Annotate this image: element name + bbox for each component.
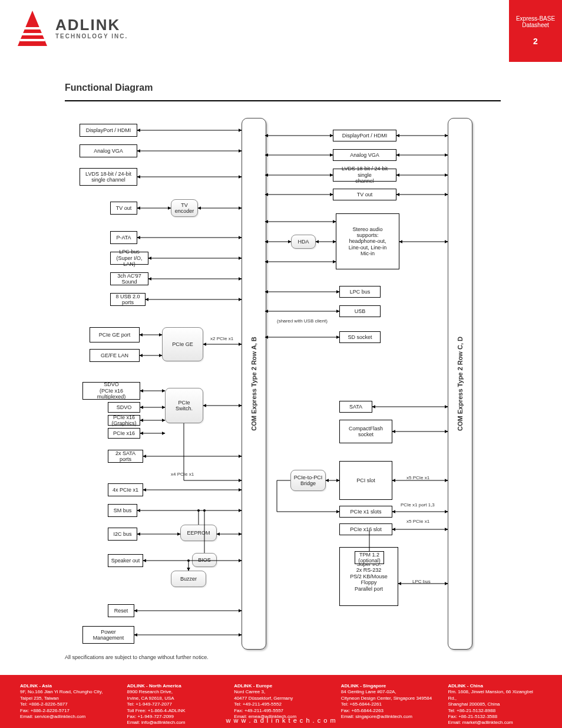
footer-sg-tel: Tel: +65-6844-2261 — [341, 701, 435, 707]
spec-note: All specifications are subject to change… — [65, 654, 209, 660]
footer: ADLINK - Asia 9F, No.166 Jian Yi Road, C… — [0, 675, 562, 728]
footer-url: w w w . a d l i n k t e c h . c o m — [0, 716, 562, 724]
svg-point-50 — [187, 559, 190, 562]
footer-na-addr: 8900 Research Drive,Irvine, CA 92618, US… — [127, 689, 222, 701]
connectors — [0, 0, 562, 728]
footer-hq-addr: 9F, No.166 Jian Yi Road, Chungho City,Ta… — [20, 689, 114, 701]
footer-na-toll: Toll Free: +1-866-4-ADLINK — [127, 708, 222, 714]
svg-point-48 — [197, 509, 200, 512]
footer-na-tel: Tel: +1-949-727-2077 — [127, 701, 222, 707]
footer-sg-fax: Fax: +65-6844-2263 — [341, 708, 435, 714]
page: ADLINK TECHNOLOGY INC. Express-BASE Data… — [0, 0, 562, 728]
diagram: COM Express Type 2 Row A, B COM Express … — [0, 0, 562, 728]
footer-hq: ADLINK - Asia — [20, 683, 114, 689]
footer-cn-addr: Rm. 1608, Jinwei Mansion, 66 Xizangbei R… — [448, 689, 542, 707]
footer-sg: ADLINK - Singapore — [341, 683, 435, 689]
svg-point-49 — [203, 509, 206, 512]
footer-sg-addr: 84 Genting Lane #07-02A,Cityneon Design … — [341, 689, 435, 701]
footer-hq-tel: Tel: +886-2-8226-5877 — [20, 701, 114, 707]
footer-cn-tel: Tel: +86-21-5132-8988 — [448, 708, 542, 714]
footer-eu: ADLINK - Europe — [234, 683, 328, 689]
footer-hq-fax: Fax: +886-2-8226-5717 — [20, 708, 114, 714]
footer-na: ADLINK - North America — [127, 683, 222, 689]
footer-eu-addr: Nord Carree 3,40477 Düsseldorf, Germany — [234, 689, 328, 701]
footer-cn: ADLINK - China — [448, 683, 542, 689]
footer-eu-fax: Fax: +49-211-495-5557 — [234, 708, 328, 714]
footer-eu-tel: Tel: +49-211-495-5552 — [234, 701, 328, 707]
